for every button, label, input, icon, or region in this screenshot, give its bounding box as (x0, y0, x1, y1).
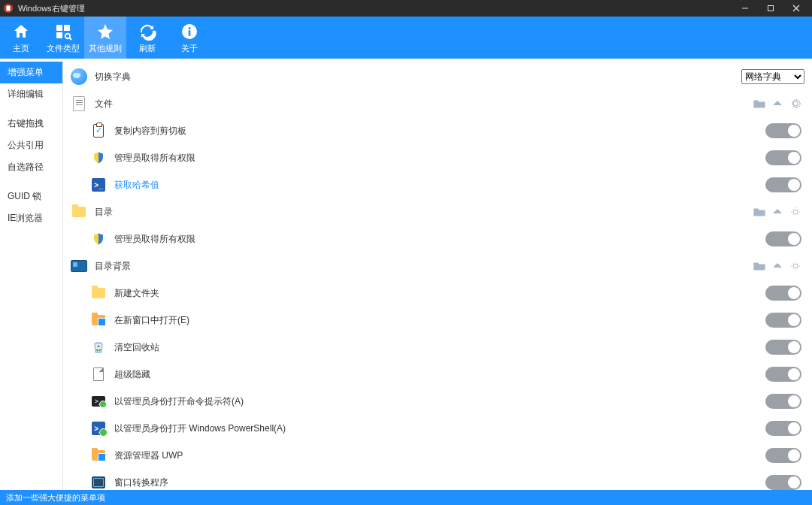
svg-point-15 (793, 264, 798, 268)
svg-rect-8 (56, 32, 62, 38)
sidebar-item-0[interactable]: 增强菜单 (0, 62, 62, 83)
main-content: 切换字典 网络字典 文件 复制内容到剪切板 管理员取得所有权限 (63, 59, 812, 490)
recycle-icon (92, 340, 105, 354)
toggle[interactable] (765, 367, 801, 382)
open-folder-icon[interactable] (753, 206, 765, 218)
svg-rect-7 (64, 25, 70, 31)
dirbg-item-6[interactable]: 资源管理器 UWP (66, 442, 804, 469)
toggle[interactable] (765, 313, 801, 328)
svg-point-12 (189, 27, 191, 29)
dict-select[interactable]: 网络字典 (741, 69, 804, 84)
minimize-button[interactable] (732, 0, 758, 17)
toolbar-home[interactable]: 主页 (0, 17, 42, 59)
dirbg-item-0[interactable]: 新建文件夹 (66, 280, 804, 307)
info-icon (180, 22, 198, 41)
toggle[interactable] (765, 475, 801, 490)
statusbar: 添加一些强大便捷的菜单项 (0, 490, 812, 505)
titlebar: Windows右键管理 (0, 0, 812, 17)
gear-icon[interactable] (789, 260, 801, 272)
open-folder-icon[interactable] (753, 98, 765, 110)
collapse-icon[interactable] (771, 206, 783, 218)
folder-icon (71, 204, 87, 220)
toolbar-filetype[interactable]: 文件类型 (42, 17, 84, 59)
svg-rect-1 (6, 6, 10, 11)
switch-dict-row: 切换字典 网络字典 (66, 63, 804, 90)
toggle[interactable] (765, 340, 801, 355)
dirbg-item-3[interactable]: 超级隐藏 (66, 361, 804, 388)
dirbg-item-6-label: 资源管理器 UWP (114, 449, 756, 462)
dirbg-item-0-label: 新建文件夹 (114, 287, 756, 300)
shield-icon (92, 151, 105, 165)
powershell-icon: >_ (92, 178, 105, 192)
maximize-button[interactable] (758, 0, 783, 17)
window-controls (732, 0, 809, 17)
file-item-0-label: 复制内容到剪切板 (114, 125, 756, 138)
toggle[interactable] (765, 231, 801, 246)
sidebar-item-6[interactable]: IE浏览器 (0, 207, 62, 229)
cmd-admin-icon: >_ (92, 395, 105, 408)
collapse-icon[interactable] (771, 98, 783, 110)
toggle[interactable] (765, 394, 801, 409)
toolbar-refresh[interactable]: 刷新 (126, 17, 168, 59)
filetype-icon (54, 22, 72, 41)
section-dirbg-label: 目录背景 (95, 260, 746, 273)
open-folder-icon[interactable] (753, 260, 765, 272)
document-icon (92, 367, 105, 381)
statusbar-text: 添加一些强大便捷的菜单项 (6, 492, 105, 503)
file-item-1[interactable]: 管理员取得所有权限 (66, 144, 804, 171)
document-icon (71, 95, 87, 112)
file-item-0[interactable]: 复制内容到剪切板 (66, 117, 804, 144)
sidebar-item-2[interactable]: 右键拖拽 (0, 113, 62, 135)
toolbar-about[interactable]: 关于 (168, 17, 211, 59)
dir-item-0-label: 管理员取得所有权限 (114, 233, 756, 246)
toolbar-otherrules[interactable]: 其他规则 (84, 17, 126, 59)
toggle[interactable] (765, 421, 801, 436)
globe-icon (71, 68, 87, 85)
toggle[interactable] (765, 150, 801, 165)
dirbg-item-5[interactable]: >_ 以管理员身份打开 Windows PowerShell(A) (66, 415, 804, 442)
switch-dict-label: 切换字典 (95, 71, 734, 83)
svg-point-9 (65, 33, 70, 38)
process-icon (92, 476, 105, 489)
close-button[interactable] (783, 0, 809, 17)
file-item-2[interactable]: >_ 获取哈希值 (66, 171, 804, 198)
gear-icon[interactable] (789, 98, 801, 110)
gear-icon[interactable] (789, 206, 801, 218)
toolbar: 主页 文件类型 其他规则 刷新 关于 (0, 17, 812, 59)
toggle[interactable] (765, 448, 801, 463)
dirbg-item-2[interactable]: 清空回收站 (66, 334, 804, 361)
file-item-2-label: 获取哈希值 (114, 179, 756, 192)
section-dirbg: 目录背景 (66, 252, 804, 280)
toggle[interactable] (765, 123, 801, 138)
desktop-icon (71, 258, 87, 274)
dirbg-item-2-label: 清空回收站 (114, 341, 756, 354)
toolbar-about-label: 关于 (181, 43, 198, 54)
home-icon (12, 22, 30, 41)
sidebar-item-3[interactable]: 公共引用 (0, 135, 62, 156)
svg-rect-6 (56, 25, 62, 31)
dirbg-item-7-label: 窗口转换程序 (114, 476, 756, 489)
sidebar-item-1[interactable]: 详细编辑 (0, 83, 62, 105)
refresh-icon (138, 22, 156, 41)
window-title: Windows右键管理 (18, 3, 732, 14)
section-dir-label: 目录 (95, 206, 746, 219)
sidebar-item-4[interactable]: 自选路径 (0, 156, 62, 178)
dirbg-item-7[interactable]: 窗口转换程序 (66, 469, 804, 490)
dirbg-item-4-label: 以管理员身份打开命令提示符(A) (114, 395, 756, 408)
dirbg-item-1[interactable]: 在新窗口中打开(E) (66, 307, 804, 334)
sidebar-item-5[interactable]: GUID 锁 (0, 186, 62, 207)
toggle[interactable] (765, 286, 801, 301)
toolbar-filetype-label: 文件类型 (47, 43, 80, 54)
dirbg-item-3-label: 超级隐藏 (114, 368, 756, 381)
folder-window-icon (92, 449, 105, 462)
dirbg-item-4[interactable]: >_ 以管理员身份打开命令提示符(A) (66, 388, 804, 415)
svg-line-10 (70, 38, 72, 40)
section-file-label: 文件 (95, 98, 746, 110)
section-dir: 目录 (66, 198, 804, 225)
toolbar-home-label: 主页 (13, 43, 29, 54)
svg-rect-3 (768, 6, 774, 11)
toggle[interactable] (765, 177, 801, 192)
collapse-icon[interactable] (771, 260, 783, 272)
folder-icon (92, 286, 105, 300)
dir-item-0[interactable]: 管理员取得所有权限 (66, 225, 804, 252)
